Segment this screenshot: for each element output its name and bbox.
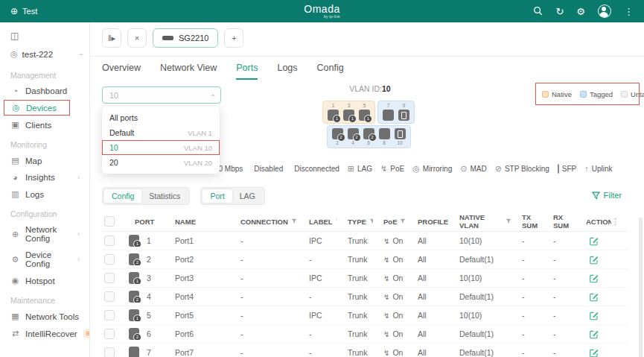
sidebar-item-map[interactable]: ▤Map xyxy=(0,152,89,169)
sidebar-item-logs[interactable]: ▥Logs xyxy=(0,186,89,203)
diagram-port-4[interactable]: 24 xyxy=(345,127,361,146)
more-menu-icon[interactable]: ⋮ xyxy=(624,7,634,16)
connection-cell: - xyxy=(230,292,299,301)
edit-port-button[interactable] xyxy=(589,329,599,339)
edit-port-button[interactable] xyxy=(589,292,599,302)
port-square: 1 xyxy=(328,110,339,121)
device-tab-sg2210[interactable]: SG2210 xyxy=(153,28,218,48)
poe-bolt-icon: ↯ xyxy=(383,293,389,301)
toggle-statistics[interactable]: Statistics xyxy=(141,189,188,203)
tab-logs[interactable]: Logs xyxy=(277,63,297,80)
row-checkbox[interactable] xyxy=(104,273,115,283)
label-value: IPC xyxy=(309,311,322,320)
toggle-lag[interactable]: LAG xyxy=(232,189,263,203)
column-filter-icon[interactable] xyxy=(400,218,406,226)
sidebar-item-clients[interactable]: ▣Clients xyxy=(0,116,89,133)
column-filter-icon[interactable] xyxy=(506,218,511,226)
edit-port-button[interactable] xyxy=(589,348,599,357)
vlan-option-all-ports[interactable]: All ports xyxy=(102,110,220,125)
legend-lag: ⊞LAG xyxy=(348,165,372,173)
sidebar-item-dashboard[interactable]: ◔Dashboard xyxy=(0,83,89,99)
sidebar-collapse-button[interactable]: ◫ xyxy=(0,27,89,44)
site-selector-label: test-222 xyxy=(22,50,54,59)
diagram-port-9[interactable]: 9 xyxy=(396,103,412,121)
legend-mad: ⊙MAD xyxy=(460,165,486,173)
diagram-port-10[interactable]: 10 xyxy=(392,127,408,146)
sidebar-item-devices[interactable]: ◎Devices xyxy=(4,100,70,116)
connection-value: - xyxy=(240,311,243,320)
add-device-tab-button[interactable]: + xyxy=(224,28,243,48)
tx-sum-cell: - xyxy=(511,311,543,320)
label-value: - xyxy=(309,348,312,357)
sidebar-item-device-config[interactable]: ⚙Device Config› xyxy=(0,247,89,272)
connection-cell: - xyxy=(230,236,299,245)
edit-port-button[interactable] xyxy=(589,255,599,265)
vlan-option-default[interactable]: DefaultVLAN 1 xyxy=(102,125,220,140)
type-cell: Trunk xyxy=(337,329,373,338)
type-value: Trunk xyxy=(348,274,367,282)
chevron-right-icon: › xyxy=(77,256,82,263)
legend-mirroring: ◎Mirroring xyxy=(412,165,452,173)
diagram-port-2[interactable]: 22 xyxy=(330,127,345,146)
refresh-icon[interactable]: ↻ xyxy=(555,7,564,16)
toggle-port[interactable]: Port xyxy=(203,189,232,203)
search-icon[interactable] xyxy=(533,6,543,17)
diagram-port-3[interactable]: 31 xyxy=(341,103,357,121)
port-number-label: 9 xyxy=(403,103,406,109)
profile-cell: All xyxy=(407,348,449,357)
sidebar-item-intellirecover[interactable]: ⇄IntelliRecoverBETA xyxy=(0,325,89,342)
column-filter-icon[interactable] xyxy=(291,218,297,226)
vlan-option-10[interactable]: 10VLAN 10 xyxy=(102,140,220,155)
sidebar-item-insights[interactable]: ◕Insights› xyxy=(0,169,89,186)
row-checkbox[interactable] xyxy=(104,347,115,357)
column-label: NAME xyxy=(175,218,196,226)
site-selector[interactable]: ◎ test-222 › xyxy=(0,44,89,64)
tab-ports[interactable]: Ports xyxy=(236,63,258,80)
edit-port-button[interactable] xyxy=(589,274,599,283)
settings-gear-icon[interactable]: ⚙ xyxy=(576,7,585,16)
tab-config[interactable]: Config xyxy=(317,63,344,80)
edit-port-button[interactable] xyxy=(589,236,599,246)
row-checkbox[interactable] xyxy=(104,291,115,302)
site-switcher-button[interactable]: ⊕ Test xyxy=(10,7,37,16)
row-checkbox[interactable] xyxy=(104,329,115,339)
beta-badge: BETA xyxy=(83,329,90,338)
network-tools-icon: ▦ xyxy=(10,312,20,321)
vlan-select-input[interactable]: 10 › xyxy=(102,86,221,104)
select-all-checkbox[interactable] xyxy=(104,216,115,227)
sidebar-item-network-config[interactable]: ⊕Network Config› xyxy=(0,221,89,247)
diagram-port-1[interactable]: 11 xyxy=(325,103,341,121)
row-checkbox[interactable] xyxy=(104,310,115,320)
poe-value: On xyxy=(392,329,403,338)
column-label: LABEL xyxy=(309,218,333,226)
diagram-port-8[interactable]: 8 xyxy=(377,127,392,146)
port-number: 7 xyxy=(147,348,151,357)
sidebar-item-hotspot[interactable]: ◉Hotspot xyxy=(0,272,89,289)
diagram-port-5[interactable]: 51 xyxy=(357,103,372,121)
toggle-config[interactable]: Config xyxy=(104,189,141,203)
tab-overview[interactable]: Overview xyxy=(102,63,141,80)
close-device-tab-button[interactable]: × xyxy=(127,28,147,48)
tx-sum-value: - xyxy=(522,236,525,245)
port-icon: 2 xyxy=(129,328,139,340)
row-checkbox[interactable] xyxy=(104,236,115,246)
column-header-type: TYPE xyxy=(337,218,373,226)
user-avatar[interactable] xyxy=(598,4,611,18)
expand-panel-button[interactable]: ‖▸ xyxy=(102,28,121,48)
vlan-option-name: All ports xyxy=(109,113,138,122)
diagram-port-7[interactable]: 7 xyxy=(380,103,396,121)
sidebar-item-network-tools[interactable]: ▦Network Tools xyxy=(0,308,89,325)
top-bar: ⊕ Test Omada by tp-link ↻ ⚙ ⋮ xyxy=(0,0,644,22)
poe-cell: ↯On xyxy=(373,236,407,245)
vlan-option-20[interactable]: 20VLAN 20 xyxy=(102,155,220,170)
table-row-port-5: 15Port5-IPCTrunk↯OnAll10(10)-- xyxy=(102,306,628,325)
column-settings-icon[interactable]: ⋮ xyxy=(611,217,619,227)
filter-button[interactable]: Filter xyxy=(592,191,622,200)
row-checkbox[interactable] xyxy=(104,254,115,265)
tab-network-view[interactable]: Network View xyxy=(160,63,217,80)
diagram-port-6[interactable]: 26 xyxy=(361,127,377,146)
clients-icon: ▣ xyxy=(10,120,20,130)
scrollbar-thumb[interactable] xyxy=(639,218,643,357)
lag-group-badge: 2 xyxy=(337,133,345,142)
edit-port-button[interactable] xyxy=(589,311,599,320)
